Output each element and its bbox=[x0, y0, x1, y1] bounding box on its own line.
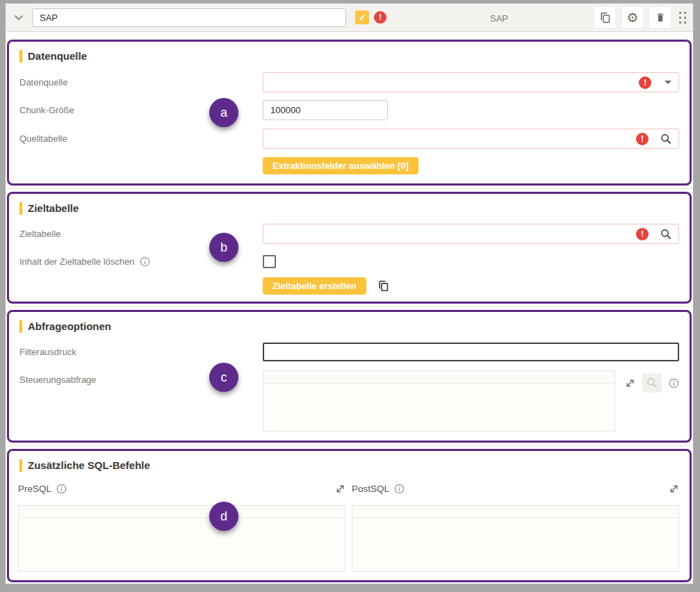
section-title: Abfrageoptionen bbox=[28, 320, 111, 332]
config-panel: ✓ ! SAP ⚙ bbox=[6, 3, 693, 584]
info-icon[interactable] bbox=[394, 484, 405, 494]
outer-frame: ✓ ! SAP ⚙ bbox=[0, 0, 700, 592]
delete-button[interactable] bbox=[650, 7, 671, 28]
extraction-fields-button[interactable]: Extraktionsfelder auswählen [0] bbox=[263, 157, 418, 174]
gear-icon: ⚙ bbox=[626, 11, 638, 24]
panel-body: a Datenquelle Datenquelle ! Chunk-Größe bbox=[6, 32, 693, 582]
expand-editor-button[interactable] bbox=[625, 378, 635, 388]
section-title: Zusätzliche SQL-Befehle bbox=[28, 459, 150, 471]
copy-icon bbox=[377, 280, 389, 292]
control-query-editor[interactable] bbox=[263, 370, 615, 431]
copy-ddl-button[interactable] bbox=[377, 280, 389, 292]
collapse-chevron-icon[interactable] bbox=[11, 10, 26, 25]
error-icon: ! bbox=[374, 11, 386, 24]
chunk-size-input[interactable]: 100000 bbox=[263, 100, 388, 120]
section-title: Zieltabelle bbox=[28, 202, 79, 214]
clear-target-checkbox[interactable] bbox=[263, 255, 276, 268]
section-accent-bar bbox=[19, 320, 22, 333]
info-icon[interactable] bbox=[56, 484, 67, 494]
zieltabelle-input[interactable]: ! bbox=[263, 224, 679, 244]
search-icon bbox=[646, 377, 658, 388]
editor-first-line bbox=[263, 371, 614, 384]
chunk-size-value: 100000 bbox=[270, 105, 300, 115]
section-abfrageoptionen: c Abfrageoptionen Filterausdruck Steueru… bbox=[7, 310, 692, 443]
datenquelle-select[interactable]: ! bbox=[263, 72, 679, 92]
section-accent-bar bbox=[19, 459, 22, 472]
info-icon[interactable] bbox=[140, 256, 150, 267]
filter-expression-input[interactable] bbox=[263, 343, 679, 361]
quelltabelle-label: Quelltabelle bbox=[19, 133, 263, 144]
info-icon[interactable] bbox=[669, 378, 679, 388]
trash-icon bbox=[655, 12, 666, 23]
expand-presql-button[interactable] bbox=[335, 484, 345, 494]
annotation-badge-d: d bbox=[209, 502, 238, 531]
editor-first-line bbox=[352, 506, 678, 518]
section-divider bbox=[6, 306, 693, 307]
step-enabled-checkbox[interactable]: ✓ bbox=[355, 10, 369, 24]
expand-icon bbox=[335, 484, 345, 494]
expand-icon bbox=[669, 484, 679, 494]
datenquelle-label: Datenquelle bbox=[19, 77, 263, 88]
error-icon: ! bbox=[639, 76, 651, 89]
header-actions: ⚙ bbox=[594, 7, 687, 28]
postsql-editor[interactable] bbox=[352, 505, 679, 572]
check-icon: ✓ bbox=[359, 13, 366, 23]
section-divider bbox=[6, 445, 693, 446]
control-query-search-button-disabled[interactable] bbox=[642, 373, 662, 393]
section-zieltabelle: b Zieltabelle Zieltabelle ! bbox=[7, 192, 692, 304]
error-icon: ! bbox=[636, 228, 649, 240]
annotation-badge-a: a bbox=[209, 98, 238, 127]
search-icon[interactable] bbox=[660, 133, 671, 145]
dropdown-caret-icon[interactable] bbox=[665, 81, 671, 84]
settings-button[interactable]: ⚙ bbox=[622, 7, 643, 28]
error-icon: ! bbox=[636, 133, 649, 145]
panel-header-bar: ✓ ! SAP ⚙ bbox=[6, 3, 693, 32]
presql-label: PreSQL bbox=[18, 484, 67, 494]
annotation-badge-c: c bbox=[209, 363, 238, 392]
search-icon[interactable] bbox=[660, 229, 671, 240]
expand-icon bbox=[625, 378, 635, 388]
editor-first-line bbox=[19, 506, 345, 518]
drag-handle[interactable] bbox=[678, 10, 687, 25]
step-name-input[interactable] bbox=[32, 8, 346, 27]
annotation-badge-b: b bbox=[209, 233, 238, 262]
section-accent-bar bbox=[19, 50, 22, 63]
filter-expression-label: Filterausdruck bbox=[19, 347, 263, 357]
section-datenquelle: a Datenquelle Datenquelle ! Chunk-Größe bbox=[7, 40, 692, 186]
section-accent-bar bbox=[19, 202, 22, 215]
duplicate-button[interactable] bbox=[594, 7, 615, 28]
presql-editor[interactable] bbox=[18, 505, 345, 572]
step-type-title: SAP bbox=[490, 13, 508, 24]
copy-icon bbox=[599, 12, 611, 24]
create-target-table-button[interactable]: Zieltabelle erstellen bbox=[263, 277, 366, 295]
section-title: Datenquelle bbox=[28, 50, 87, 62]
section-divider bbox=[6, 188, 693, 189]
expand-postsql-button[interactable] bbox=[669, 484, 679, 494]
postsql-label: PostSQL bbox=[352, 484, 405, 494]
quelltabelle-input[interactable]: ! bbox=[263, 129, 679, 149]
section-sql-befehle: d Zusätzliche SQL-Befehle PreSQL bbox=[7, 449, 692, 582]
